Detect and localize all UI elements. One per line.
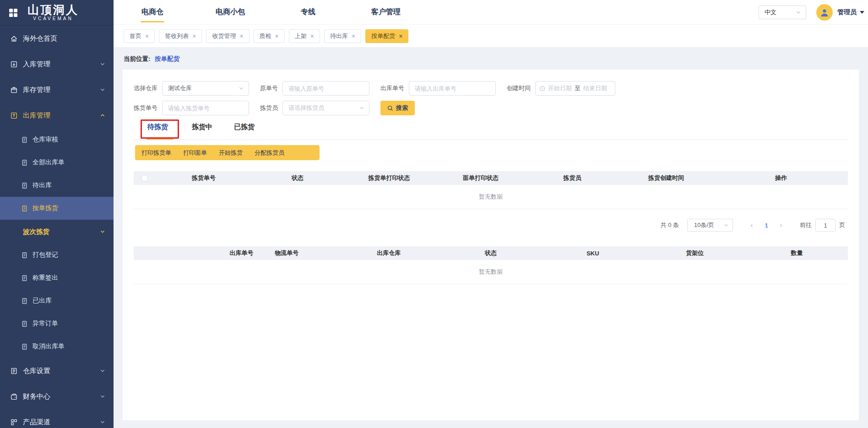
close-icon[interactable]: × xyxy=(352,33,355,39)
sidebar-item-shipped[interactable]: 已出库 xyxy=(0,289,114,312)
sidebar-item-pick-by-order[interactable]: 按单拣货 xyxy=(0,197,114,220)
tab-pending-pick[interactable]: 待拣货 xyxy=(147,123,168,140)
product-icon xyxy=(10,418,18,426)
select-all-cell xyxy=(134,171,156,185)
page-content: 当前位置: 按单配货 选择仓库 测试仓库 原单号 xyxy=(114,47,868,428)
origin-no-filter: 原单号 xyxy=(260,81,369,96)
origin-no-input[interactable] xyxy=(282,81,369,96)
tag-home[interactable]: 首页× xyxy=(124,29,155,43)
close-icon[interactable]: × xyxy=(310,33,314,39)
top-tab-customer-management[interactable]: 客户管理 xyxy=(347,0,425,24)
tag-quality-check[interactable]: 质检× xyxy=(254,29,285,43)
sidebar-item-all-outbound-orders[interactable]: 全部出库单 xyxy=(0,151,114,174)
sidebar-item-label: 全部出库单 xyxy=(33,158,65,167)
print-label-button[interactable]: 打印面单 xyxy=(183,149,207,157)
close-icon[interactable]: × xyxy=(239,33,243,39)
pick-no-input[interactable] xyxy=(162,101,249,115)
sidebar-item-label: 称重签出 xyxy=(33,274,58,282)
sidebar-item-wave-picking[interactable]: 波次拣货 xyxy=(0,220,114,244)
tag-pending-outbound[interactable]: 待出库× xyxy=(324,29,361,43)
current-page-button[interactable]: 1 xyxy=(759,222,774,229)
outbound-table: 出库单号 物流单号 出库仓库 状态 SKU 货架位 数量 暂无数据 xyxy=(134,246,848,284)
column-header: 拣货单号 xyxy=(156,171,252,185)
chevron-down-icon xyxy=(359,105,364,111)
main-panel: 选择仓库 测试仓库 原单号 出库单号 xyxy=(123,70,859,420)
assign-picker-button[interactable]: 分配拣货员 xyxy=(255,149,284,157)
sidebar-item-finance-center[interactable]: 财务中心 xyxy=(0,384,114,409)
outbound-no-label: 出库单号 xyxy=(380,84,404,92)
doc-icon xyxy=(21,298,28,304)
app-grid-icon[interactable] xyxy=(9,9,17,17)
create-time-range-input[interactable]: 开始日期 至 结束日期 xyxy=(535,81,615,96)
close-icon[interactable]: × xyxy=(192,33,196,39)
sidebar-item-product-channel[interactable]: 产品渠道 xyxy=(0,409,114,428)
page-size-select[interactable]: 10条/页 xyxy=(687,219,733,232)
outbound-no-input[interactable] xyxy=(409,81,496,96)
select-all-checkbox[interactable] xyxy=(141,175,148,181)
top-tab-dedicated-line[interactable]: 专线 xyxy=(269,0,347,24)
sidebar-item-label: 异常订单 xyxy=(33,320,58,328)
picker-select[interactable]: 请选择拣货员 xyxy=(282,101,369,115)
sidebar-item-weigh-checkout[interactable]: 称重签出 xyxy=(0,266,114,289)
goto-page-input[interactable] xyxy=(815,219,835,232)
inbound-icon xyxy=(10,60,18,68)
sidebar-item-outbound-management[interactable]: 出库管理 xyxy=(0,103,114,128)
user-avatar[interactable] xyxy=(816,4,833,21)
status-tabs: 待拣货 拣货中 已拣货 xyxy=(134,123,848,140)
tag-label: 上架 xyxy=(295,32,307,40)
sidebar-item-label: 产品渠道 xyxy=(23,418,50,427)
search-button[interactable]: 搜索 xyxy=(380,101,415,115)
user-menu-caret-icon[interactable] xyxy=(860,11,864,14)
sidebar-item-overseas-home[interactable]: 海外仓首页 xyxy=(0,26,114,51)
close-icon[interactable]: × xyxy=(399,33,402,39)
tag-label: 首页 xyxy=(130,32,141,40)
column-header: 出库仓库 xyxy=(338,246,440,260)
language-select[interactable]: 中文 xyxy=(759,5,806,19)
sidebar-item-warehouse-settings[interactable]: 仓库设置 xyxy=(0,358,114,384)
brand-subtitle: VCAVEMAN xyxy=(27,16,79,21)
breadcrumb-current[interactable]: 按单配货 xyxy=(155,55,179,62)
sidebar-item-abnormal-orders[interactable]: 异常订单 xyxy=(0,312,114,335)
chevron-down-icon xyxy=(100,394,105,399)
tag-bar: 首页× 签收列表× 收货管理× 质检× 上架× 待出库× 按单配货× xyxy=(114,25,868,47)
print-pick-list-button[interactable]: 打印拣货单 xyxy=(141,149,171,157)
sidebar-item-label: 出库管理 xyxy=(23,111,50,120)
next-page-button[interactable]: › xyxy=(774,221,788,229)
pick-no-filter: 拣货单号 xyxy=(134,101,249,115)
tag-pick-by-order[interactable]: 按单配货× xyxy=(365,29,408,43)
column-header: 状态 xyxy=(440,246,542,260)
prev-page-button[interactable]: ‹ xyxy=(745,221,759,229)
close-icon[interactable]: × xyxy=(275,33,279,39)
tab-picked[interactable]: 已拣货 xyxy=(234,123,255,140)
doc-icon xyxy=(21,275,28,282)
sidebar-item-inventory-management[interactable]: 库存管理 xyxy=(0,77,114,103)
outbound-icon xyxy=(10,112,18,119)
tag-shelving[interactable]: 上架× xyxy=(289,29,320,43)
inventory-icon xyxy=(10,86,18,94)
sidebar-item-label: 取消出库单 xyxy=(33,342,65,351)
column-header: 操作 xyxy=(714,171,848,185)
close-icon[interactable]: × xyxy=(145,33,149,39)
sidebar-item-cancelled-outbound[interactable]: 取消出库单 xyxy=(0,335,114,358)
top-tab-ecommerce-parcel[interactable]: 电商小包 xyxy=(191,0,269,24)
outbound-no-filter: 出库单号 xyxy=(380,81,496,96)
sidebar-item-warehouse-audit[interactable]: 仓库审核 xyxy=(0,128,114,151)
tab-picking[interactable]: 拣货中 xyxy=(192,123,212,140)
picker-placeholder: 请选择拣货员 xyxy=(288,104,324,112)
tag-sign-list[interactable]: 签收列表× xyxy=(159,29,202,43)
start-picking-button[interactable]: 开始拣货 xyxy=(219,149,243,157)
pick-no-label: 拣货单号 xyxy=(134,104,157,112)
tag-receive-management[interactable]: 收货管理× xyxy=(206,29,249,43)
sidebar-item-pending-outbound[interactable]: 待出库 xyxy=(0,174,114,197)
search-button-label: 搜索 xyxy=(396,104,408,112)
top-tab-ecommerce-warehouse[interactable]: 电商仓 xyxy=(114,0,191,24)
empty-state: 暂无数据 xyxy=(134,260,848,284)
warehouse-select[interactable]: 测试仓库 xyxy=(162,81,249,96)
column-header: 状态 xyxy=(252,171,343,185)
sidebar-item-packing-register[interactable]: 打包登记 xyxy=(0,244,114,266)
sidebar-item-inbound-management[interactable]: 入库管理 xyxy=(0,51,114,77)
sidebar-item-label: 波次拣货 xyxy=(23,228,49,236)
username[interactable]: 管理员 xyxy=(837,8,857,16)
picker-filter: 拣货员 请选择拣货员 xyxy=(260,101,369,115)
warehouse-label: 选择仓库 xyxy=(134,84,157,92)
